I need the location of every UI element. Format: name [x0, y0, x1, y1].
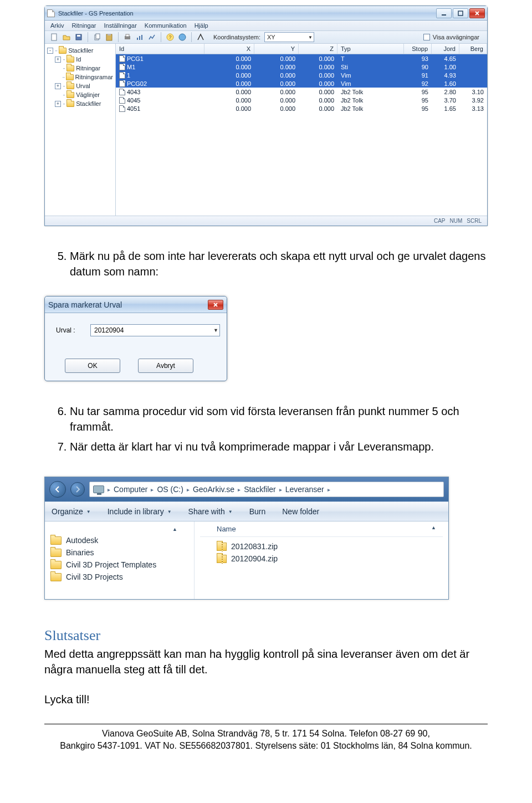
chevron-right-icon: ▸: [279, 487, 282, 493]
dialog-body: Urval : 20120904 ▼ OK Avbryt: [45, 313, 227, 381]
tree-collapse-icon[interactable]: -: [47, 48, 53, 54]
breadcrumb[interactable]: ▸Computer ▸OS (C:) ▸GeoArkiv.se ▸Stackfi…: [89, 482, 444, 497]
table-row[interactable]: 40450.0000.0000.000Jb2 Tolk953.703.92: [116, 96, 487, 104]
menu-hjalp[interactable]: Hjälp: [195, 22, 208, 29]
col-jord[interactable]: Jord: [432, 44, 459, 54]
explorer-nav-pane[interactable]: ▲ AutodeskBinariesCivil 3D Project Templ…: [45, 521, 195, 599]
dialog-close-button[interactable]: [208, 300, 223, 310]
col-id[interactable]: Id: [116, 44, 204, 54]
minimize-button[interactable]: [436, 8, 452, 18]
table-row[interactable]: 40430.0000.0000.000Jb2 Tolk952.803.10: [116, 88, 487, 96]
file-item[interactable]: 20120831.zip: [217, 540, 443, 553]
tb-help-icon[interactable]: ?: [165, 32, 175, 42]
table-row[interactable]: PCG020.0000.0000.000Vim921.60: [116, 79, 487, 88]
bc-computer[interactable]: Computer: [114, 485, 147, 494]
svg-rect-4: [77, 35, 80, 37]
dialog-titlebar[interactable]: Spara markerat Urval: [45, 296, 227, 313]
svg-rect-2: [52, 34, 57, 40]
menu-ritningar[interactable]: Ritningar: [71, 22, 96, 29]
coord-select[interactable]: XY ▼: [264, 32, 314, 42]
bc-leveranser[interactable]: Leveranser: [285, 485, 324, 494]
tb-print-icon[interactable]: [122, 32, 132, 42]
menu-installningar[interactable]: Inställningar: [104, 22, 136, 29]
table-row[interactable]: 10.0000.0000.000Vim914.93: [116, 71, 487, 79]
menu-arkiv[interactable]: Arkiv: [50, 22, 64, 29]
tree-item[interactable]: +··Urval: [47, 81, 113, 90]
col-y[interactable]: Y: [254, 44, 299, 54]
show-offsets-checkbox[interactable]: Visa avvägningar: [423, 34, 479, 40]
urval-input[interactable]: 20120904 ▼: [90, 324, 220, 336]
zip-icon: [217, 543, 227, 551]
tree-item[interactable]: -··Stackfiler: [47, 46, 113, 55]
footer-line2: Bankgiro 5437-1091. VAT No. SE5566820378…: [44, 740, 488, 752]
tb-graph-icon[interactable]: [147, 32, 157, 42]
tree-expand-icon[interactable]: +: [55, 57, 61, 63]
nav-folder-item[interactable]: Civil 3D Project Templates: [50, 559, 188, 571]
tree-item[interactable]: ··Ritningar: [47, 64, 113, 73]
tb-save-icon[interactable]: [74, 32, 84, 42]
share-button[interactable]: Share with▼: [188, 507, 233, 516]
file-item[interactable]: 20120904.zip: [217, 553, 443, 565]
grid-body[interactable]: PCG10.0000.0000.000T934.65M10.0000.0000.…: [116, 54, 487, 216]
tb-paste-icon[interactable]: [104, 32, 114, 42]
table-row[interactable]: M10.0000.0000.000Sti901.00: [116, 63, 487, 71]
explorer-col-name[interactable]: Name ▲: [200, 521, 443, 537]
tb-chart-icon[interactable]: [135, 32, 145, 42]
tree-item[interactable]: +··Stackfiler: [47, 99, 113, 108]
status-num: NUM: [450, 218, 463, 224]
tree-item[interactable]: ··Ritningsramar: [47, 73, 113, 81]
maximize-icon: [458, 11, 463, 16]
nav-folder-item[interactable]: Autodesk: [50, 534, 188, 546]
table-row[interactable]: 40510.0000.0000.000Jb2 Tolk951.653.13: [116, 104, 487, 112]
close-button[interactable]: [469, 8, 485, 18]
col-berg[interactable]: Berg: [459, 44, 487, 54]
tree-panel[interactable]: -··Stackfiler+··Id··Ritningar··Ritningsr…: [45, 44, 116, 216]
explorer-file-pane[interactable]: Name ▲ 20120831.zip20120904.zip: [195, 521, 448, 599]
nav-folder-item[interactable]: Civil 3D Projects: [50, 571, 188, 583]
col-typ[interactable]: Typ: [337, 44, 404, 54]
explorer-window: ▸Computer ▸OS (C:) ▸GeoArkiv.se ▸Stackfi…: [44, 477, 449, 600]
tree-item[interactable]: ··Väglinjer: [47, 90, 113, 99]
menu-kommunikation[interactable]: Kommunikation: [145, 22, 187, 29]
newfolder-button[interactable]: New folder: [282, 507, 319, 516]
save-urval-dialog: Spara markerat Urval Urval : 20120904 ▼ …: [44, 296, 227, 381]
bc-geoarkiv[interactable]: GeoArkiv.se: [193, 485, 234, 494]
table-row[interactable]: PCG10.0000.0000.000T934.65: [116, 54, 487, 63]
tb-sep: [88, 32, 88, 42]
bc-os[interactable]: OS (C:): [157, 485, 183, 494]
grid-header[interactable]: Id X Y Z Typ Stopp Jord Berg: [116, 44, 487, 54]
nav-back-button[interactable]: [49, 481, 66, 498]
chevron-right-icon: ▸: [238, 487, 241, 493]
tb-info-icon[interactable]: [177, 32, 187, 42]
col-z[interactable]: Z: [299, 44, 337, 54]
maximize-button[interactable]: [453, 8, 468, 18]
tree-expand-icon[interactable]: +: [55, 83, 61, 89]
folder-icon: [66, 92, 74, 98]
col-x[interactable]: X: [204, 44, 254, 54]
organize-button[interactable]: Organize▼: [52, 507, 91, 516]
titlebar[interactable]: Stackfiler - GS Presentation: [45, 6, 487, 21]
folder-icon: [66, 83, 74, 89]
zip-icon: [217, 555, 227, 563]
toolbar: ? Koordinatsystem: XY ▼ Visa avvägningar: [45, 31, 487, 44]
tree-expand-icon[interactable]: +: [55, 101, 61, 107]
bc-stackfiler[interactable]: Stackfiler: [244, 485, 276, 494]
tb-sep: [118, 32, 119, 42]
tree-item-label: Ritningsramar: [75, 74, 113, 80]
folder-icon: [66, 101, 74, 107]
nav-fwd-button[interactable]: [70, 482, 85, 497]
folder-icon: [50, 573, 62, 581]
burn-button[interactable]: Burn: [249, 507, 266, 516]
tb-misc-icon[interactable]: [196, 32, 206, 42]
tb-open-icon[interactable]: [62, 32, 71, 42]
tree-toggle-empty: [55, 92, 61, 98]
ok-button[interactable]: OK: [65, 359, 120, 373]
tb-copy-icon[interactable]: [92, 32, 102, 42]
cancel-button[interactable]: Avbryt: [138, 359, 193, 373]
app-body: -··Stackfiler+··Id··Ritningar··Ritningsr…: [45, 44, 487, 216]
include-button[interactable]: Include in library▼: [108, 507, 172, 516]
col-stopp[interactable]: Stopp: [404, 44, 432, 54]
tree-item[interactable]: +··Id: [47, 55, 113, 64]
tb-new-icon[interactable]: [49, 32, 59, 42]
nav-folder-item[interactable]: Binaries: [50, 546, 188, 559]
